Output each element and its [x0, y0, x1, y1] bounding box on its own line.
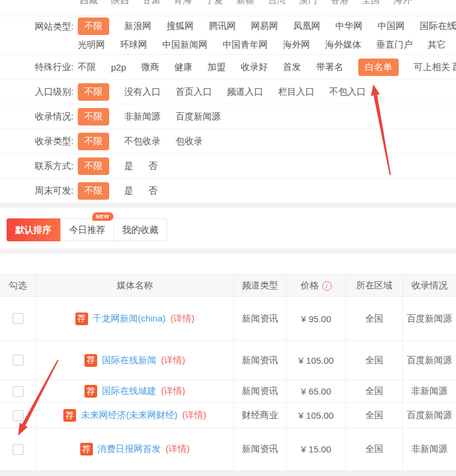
check-cell — [0, 403, 36, 428]
filter-option[interactable]: 不限 — [78, 182, 109, 200]
row-checkbox[interactable] — [13, 444, 24, 455]
filter-option[interactable]: 不包入口 — [329, 86, 366, 98]
sort-tab[interactable]: 今日推荐 NEW — [60, 219, 113, 241]
filter-option[interactable]: 非新闻源 — [124, 111, 160, 122]
filter-option[interactable]: 新浪网 — [124, 21, 151, 32]
region-option[interactable]: 西藏 — [80, 0, 98, 6]
region-option[interactable]: 新疆 — [236, 0, 255, 6]
region-option[interactable]: 甘肃 — [142, 0, 160, 6]
row-checkbox[interactable] — [13, 355, 24, 366]
table-row: 荐 国际在线新闻 (详情) 新闻资讯 ¥ 105.00 全国 百度新闻源 — [0, 341, 456, 380]
filter-row: 联系方式: 不限是否 — [0, 154, 456, 179]
media-name-link[interactable]: 千龙网新闻(china) — [93, 313, 166, 325]
tabs-band: 默认排序 今日推荐 NEW 我的收藏 — [0, 208, 456, 249]
filter-option[interactable]: 网易网 — [251, 21, 278, 32]
filter-option[interactable]: 垂直门户 — [376, 39, 413, 51]
check-cell — [0, 428, 36, 471]
filter-option[interactable]: 不限 — [78, 17, 109, 35]
filter-option[interactable]: 是 — [124, 160, 133, 172]
filter-option[interactable]: 不限 — [78, 157, 109, 175]
filter-option[interactable]: 栏目入口 — [278, 86, 314, 98]
new-badge: NEW — [92, 212, 113, 221]
filter-option[interactable]: 健康 — [174, 62, 192, 73]
filter-option[interactable]: 其它 — [428, 39, 446, 51]
filter-label: 入口级别: — [0, 86, 74, 98]
filter-option[interactable]: 不包收录 — [124, 136, 160, 147]
header-price-label: 价格 — [301, 280, 319, 291]
filter-option[interactable]: 百度新闻源 — [176, 111, 221, 122]
header-media: 媒体名称 — [36, 274, 234, 297]
region-option[interactable]: 台湾 — [268, 0, 286, 6]
filter-option[interactable]: 不限 — [78, 62, 96, 73]
filter-row: 收录类型: 不限不包收录包收录 — [0, 129, 456, 154]
filter-option[interactable]: 光明网 — [78, 39, 105, 51]
detail-link[interactable]: (详情) — [182, 410, 206, 421]
detail-link[interactable]: (详情) — [170, 313, 194, 325]
filter-option[interactable]: 凤凰网 — [293, 21, 320, 32]
media-name-link[interactable]: 未来网经济(未来网财经) — [81, 410, 177, 421]
clipped-filter-option[interactable]: 千 — [452, 21, 456, 32]
bottom-strip — [0, 471, 456, 476]
filter-option[interactable]: 带署名 — [316, 62, 343, 73]
row-checkbox[interactable] — [13, 410, 24, 421]
filter-option[interactable]: 腾讯网 — [209, 21, 236, 32]
filter-option[interactable]: 中国青年网 — [223, 39, 268, 51]
filter-option[interactable]: 频道入口 — [227, 86, 263, 98]
region-cell: 全国 — [346, 428, 403, 471]
filter-label: 联系方式: — [0, 160, 74, 172]
filter-option[interactable]: 海外媒体 — [325, 39, 361, 51]
check-cell — [0, 341, 36, 380]
region-option[interactable]: 陕西 — [111, 0, 129, 6]
filter-option[interactable]: 是 — [124, 185, 133, 197]
filter-option[interactable]: 白名单 — [358, 59, 399, 76]
filter-option[interactable]: 可上相关 — [414, 62, 450, 73]
price-info-icon[interactable]: i — [322, 281, 332, 291]
filter-option[interactable]: 首页入口 — [176, 86, 212, 98]
header-check: 勾选 — [0, 274, 36, 297]
media-name-link[interactable]: 国际在线新闻 — [102, 355, 156, 366]
region-option[interactable]: 海外 — [393, 0, 411, 6]
filter-option[interactable]: 不限 — [78, 133, 109, 150]
region-option[interactable]: 澳门 — [299, 0, 317, 6]
header-region: 所在区域 — [346, 274, 403, 297]
filter-option[interactable]: 收录好 — [241, 62, 268, 73]
media-name-link[interactable]: 消费日报网首发 — [98, 443, 161, 455]
media-name-link[interactable]: 国际在线城建 — [102, 386, 156, 397]
filter-option[interactable]: 加盟 — [207, 62, 226, 73]
detail-link[interactable]: (详情) — [166, 443, 190, 455]
filter-option[interactable]: 不限 — [78, 108, 109, 125]
sort-tab[interactable]: 我的收藏 — [113, 219, 166, 241]
filter-options-line: 百 不限p2p微商健康加盟收录好首发带署名白名单可上相关 — [78, 59, 456, 76]
filter-option[interactable]: 否 — [148, 185, 157, 197]
filter-panel: 网站类型: 千 不限新浪网搜狐网腾讯网网易网凤凰网中华网中国网国际在线 光明网环… — [0, 16, 456, 203]
filter-label: 周末可发: — [0, 185, 74, 197]
detail-link[interactable]: (详情) — [161, 355, 185, 366]
region-cell: 全国 — [346, 297, 403, 341]
filter-option[interactable]: 微商 — [141, 62, 159, 73]
filter-option[interactable]: 包收录 — [176, 136, 203, 147]
filter-option[interactable]: p2p — [111, 62, 126, 72]
filter-option[interactable]: 中华网 — [335, 21, 363, 32]
filter-option[interactable]: 否 — [148, 160, 157, 172]
sort-tab[interactable]: 默认排序 — [6, 218, 60, 241]
region-option[interactable]: 宁夏 — [205, 0, 223, 6]
region-option[interactable]: 香港 — [331, 0, 349, 6]
region-option[interactable]: 全国 — [362, 0, 380, 6]
region-option[interactable]: 青海 — [174, 0, 192, 6]
sort-tab-label: 默认排序 — [16, 224, 52, 236]
filter-option[interactable]: 海外网 — [283, 39, 310, 51]
row-checkbox[interactable] — [13, 313, 24, 324]
detail-link[interactable]: (详情) — [161, 386, 185, 397]
filter-option[interactable]: 首发 — [283, 62, 301, 73]
clipped-filter-option[interactable]: 百 — [452, 62, 456, 73]
filter-option[interactable]: 中国网 — [378, 21, 405, 32]
filter-option[interactable]: 环球网 — [120, 39, 147, 51]
filter-option[interactable]: 没有入口 — [124, 86, 160, 98]
filter-option[interactable]: 国际在线 — [420, 21, 456, 32]
recommend-badge: 荐 — [84, 354, 97, 367]
filter-option[interactable]: 不限 — [78, 83, 109, 101]
row-checkbox[interactable] — [13, 386, 24, 397]
recommend-badge: 荐 — [75, 313, 88, 325]
filter-option[interactable]: 中国新闻网 — [162, 39, 207, 51]
filter-option[interactable]: 搜狐网 — [166, 21, 194, 32]
